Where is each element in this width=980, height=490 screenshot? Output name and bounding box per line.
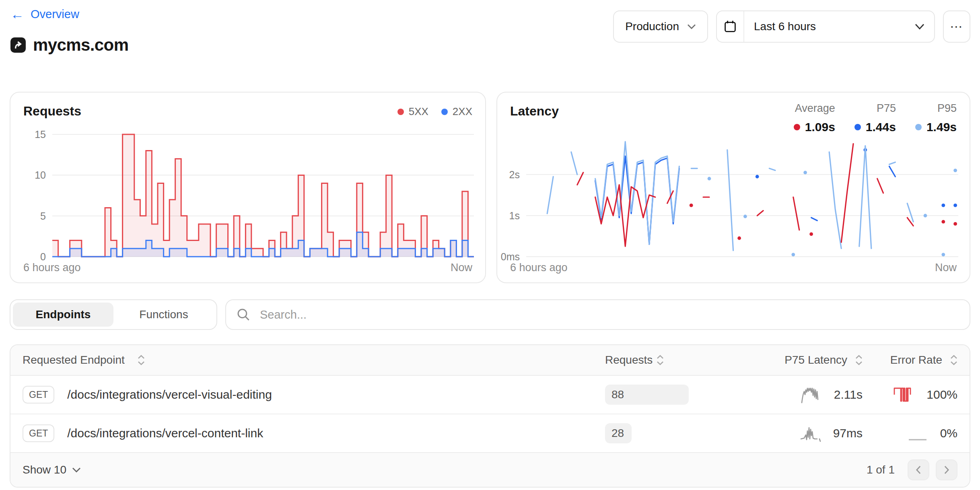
sort-icon [138, 355, 145, 365]
legend-dot-icon [915, 124, 922, 130]
legend-item: 2XX [441, 105, 472, 118]
back-link[interactable]: ← Overview [10, 7, 79, 21]
latency-sparkline [799, 385, 826, 404]
endpoint-path: /docs/integrations/vercel-visual-editing [67, 388, 272, 401]
observability-page: ← Overview mycms.com Production [0, 0, 980, 490]
latency-sparkline [798, 424, 825, 443]
legend-label: 5XX [409, 105, 428, 118]
requests-chart-card: Requests 5XX2XX 051015 6 hours ago Now [10, 92, 486, 283]
chevron-down-icon [915, 23, 924, 30]
page-title: mycms.com [33, 35, 128, 55]
sort-icon [657, 355, 664, 365]
time-range-label: Last 6 hours [754, 20, 816, 33]
legend-dot-icon [441, 109, 448, 115]
y-axis-tick-label: 2s [509, 169, 526, 180]
pagination: 1 of 1 [867, 459, 957, 480]
column-header-requests[interactable]: Requests [605, 354, 742, 366]
error-rate-sparkline [891, 385, 918, 404]
p75-latency-value: 2.11s [834, 388, 863, 401]
table-footer: Show 10 1 of 1 [10, 452, 970, 487]
chevron-down-icon [72, 467, 81, 473]
requests-plot[interactable]: 051015 [52, 131, 474, 258]
requests-chart-title: Requests [23, 104, 81, 119]
requests-legend: 5XX2XX [397, 105, 472, 118]
table-header-row: Requested Endpoint Requests P75 Latency … [10, 345, 970, 376]
view-tabs: Endpoints Functions [10, 299, 217, 330]
page-title-row: mycms.com [10, 35, 128, 55]
legend-header: Average [794, 102, 835, 115]
latency-x-axis: 6 hours ago Now [510, 261, 957, 274]
requests-count-bar: 88 [605, 385, 689, 405]
table-row[interactable]: GET /docs/integrations/vercel-visual-edi… [10, 376, 970, 414]
chevron-left-icon [916, 465, 921, 474]
more-icon: ⋯ [950, 19, 964, 34]
legend-dot-icon [397, 109, 404, 115]
environment-label: Production [625, 20, 679, 33]
column-header-error-rate[interactable]: Error Rate [863, 354, 957, 366]
column-label: P75 Latency [784, 354, 847, 366]
search-box[interactable] [225, 299, 970, 330]
header-controls: Production Last 6 hours ⋯ [613, 10, 970, 43]
legend-label: 2XX [453, 105, 472, 118]
error-rate-value: 0% [940, 426, 957, 440]
chevron-right-icon [944, 465, 949, 474]
column-label: Requests [605, 354, 653, 366]
search-input[interactable] [258, 307, 959, 322]
method-badge: GET [23, 386, 54, 404]
method-badge: GET [23, 424, 54, 442]
legend-header: P75 [854, 102, 896, 115]
calendar-icon [724, 20, 737, 33]
legend-dot-icon [794, 124, 800, 130]
sort-icon [950, 355, 957, 365]
site-favicon-icon [10, 37, 26, 53]
previous-page-button[interactable] [908, 459, 929, 480]
endpoint-path: /docs/integrations/vercel-content-link [67, 426, 263, 440]
endpoints-table: Requested Endpoint Requests P75 Latency … [10, 344, 970, 488]
x-axis-start-label: 6 hours ago [510, 261, 568, 274]
environment-select[interactable]: Production [613, 10, 708, 43]
y-axis-tick-label: 10 [35, 169, 52, 181]
page-size-select[interactable]: Show 10 [23, 463, 81, 476]
legend-dot-icon [854, 124, 861, 130]
legend-header: P95 [915, 102, 957, 115]
search-icon [237, 308, 250, 321]
requests-x-axis: 6 hours ago Now [23, 261, 472, 274]
x-axis-end-label: Now [451, 261, 472, 274]
y-axis-tick-label: 1s [509, 210, 526, 221]
x-axis-end-label: Now [935, 261, 957, 274]
legend-item: 5XX [397, 105, 428, 118]
x-axis-start-label: 6 hours ago [23, 261, 81, 274]
table-row[interactable]: GET /docs/integrations/vercel-content-li… [10, 414, 970, 452]
requests-count-bar: 28 [605, 423, 632, 443]
column-label: Requested Endpoint [23, 354, 125, 366]
column-label: Error Rate [890, 354, 942, 366]
latency-chart-title: Latency [510, 104, 559, 119]
more-options-button[interactable]: ⋯ [943, 10, 970, 43]
chevron-down-icon [687, 24, 696, 29]
table-body: GET /docs/integrations/vercel-visual-edi… [10, 376, 970, 452]
column-header-endpoint[interactable]: Requested Endpoint [23, 354, 605, 366]
y-axis-tick-label: 0 [40, 251, 52, 263]
page-indicator: 1 of 1 [867, 463, 895, 476]
y-axis-tick-label: 5 [40, 210, 52, 222]
y-axis-tick-label: 15 [35, 129, 52, 140]
column-header-p75-latency[interactable]: P75 Latency [742, 354, 863, 366]
calendar-segment[interactable] [717, 11, 744, 42]
sort-icon [855, 355, 863, 365]
latency-legend: AverageP75P951.09s1.44s1.49s [794, 102, 957, 134]
p75-latency-value: 97ms [833, 426, 863, 440]
arrow-left-icon: ← [10, 7, 24, 21]
error-rate-sparkline [905, 424, 932, 443]
next-page-button[interactable] [936, 459, 957, 480]
time-range-select[interactable]: Last 6 hours [716, 10, 935, 43]
tab-endpoints[interactable]: Endpoints [13, 303, 113, 327]
page-size-label: Show 10 [23, 463, 66, 476]
tab-functions[interactable]: Functions [113, 303, 214, 327]
error-rate-value: 100% [926, 388, 957, 401]
y-axis-tick-label: 0ms [501, 251, 526, 263]
latency-plot[interactable]: 0ms1s2s [526, 131, 958, 258]
latency-chart-card: Latency AverageP75P951.09s1.44s1.49s 0ms… [496, 92, 970, 283]
back-link-label: Overview [31, 8, 79, 21]
